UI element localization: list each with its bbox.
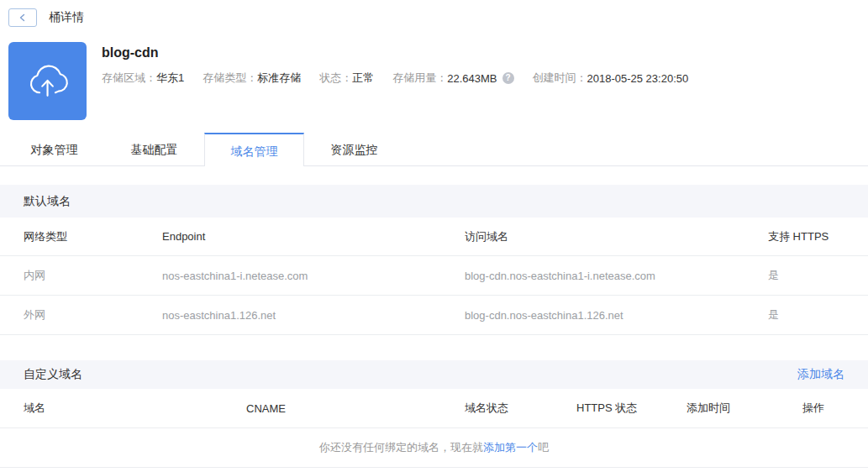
col-https-support: 支持 HTTPS bbox=[768, 229, 868, 244]
bucket-header: blog-cdn 存储区域： 华东1 存储类型： 标准存储 状态： 正常 存储用… bbox=[8, 42, 868, 120]
tab-basic-config[interactable]: 基础配置 bbox=[104, 133, 204, 166]
chevron-left-icon bbox=[18, 13, 28, 23]
empty-state-text: 你还没有任何绑定的域名，现在就 bbox=[319, 440, 483, 455]
default-domain-section-header: 默认域名 bbox=[0, 185, 868, 218]
custom-domain-section-title: 自定义域名 bbox=[24, 367, 82, 382]
empty-state: 你还没有任何绑定的域名，现在就添加第一个吧 bbox=[0, 428, 868, 468]
info-storage-usage: 存储用量： 22.643MB ? bbox=[392, 71, 513, 86]
back-button[interactable] bbox=[8, 8, 37, 27]
help-icon[interactable]: ? bbox=[502, 72, 514, 84]
tab-domain-management[interactable]: 域名管理 bbox=[204, 133, 304, 166]
custom-domain-section-header: 自定义域名 添加域名 bbox=[0, 360, 868, 389]
cloud-upload-icon bbox=[24, 58, 72, 104]
info-storage-region: 存储区域： 华东1 bbox=[102, 71, 184, 86]
info-status: 状态： 正常 bbox=[319, 71, 374, 86]
tab-object-management[interactable]: 对象管理 bbox=[4, 133, 104, 166]
add-first-domain-link[interactable]: 添加第一个 bbox=[483, 440, 538, 455]
default-domain-table-header: 网络类型 Endpoint 访问域名 支持 HTTPS bbox=[0, 218, 868, 256]
tab-bar: 对象管理 基础配置 域名管理 资源监控 bbox=[0, 133, 868, 166]
bucket-info-row: 存储区域： 华东1 存储类型： 标准存储 状态： 正常 存储用量： 22.643… bbox=[102, 71, 707, 86]
col-cname: CNAME bbox=[246, 402, 465, 415]
col-endpoint: Endpoint bbox=[162, 230, 465, 243]
page-title: 桶详情 bbox=[49, 10, 84, 25]
info-storage-type: 存储类型： 标准存储 bbox=[203, 71, 301, 86]
add-domain-link[interactable]: 添加域名 bbox=[797, 367, 844, 382]
custom-domain-table: 域名 CNAME 域名状态 HTTPS 状态 添加时间 操作 你还没有任何绑定的… bbox=[0, 389, 868, 468]
custom-domain-table-header: 域名 CNAME 域名状态 HTTPS 状态 添加时间 操作 bbox=[0, 389, 868, 428]
topbar: 桶详情 bbox=[0, 0, 868, 35]
default-domain-table: 网络类型 Endpoint 访问域名 支持 HTTPS 内网 nos-eastc… bbox=[0, 218, 868, 335]
col-access-domain: 访问域名 bbox=[465, 229, 768, 244]
tab-resource-monitor[interactable]: 资源监控 bbox=[304, 133, 404, 166]
empty-state-text-suffix: 吧 bbox=[538, 440, 549, 455]
bucket-avatar bbox=[8, 42, 87, 120]
table-row-intranet: 内网 nos-eastchina1-i.netease.com blog-cdn… bbox=[0, 256, 868, 296]
col-add-time: 添加时间 bbox=[687, 401, 802, 416]
default-domain-section-title: 默认域名 bbox=[24, 194, 71, 209]
bucket-name: blog-cdn bbox=[102, 45, 707, 60]
col-actions: 操作 bbox=[802, 401, 868, 416]
col-domain: 域名 bbox=[24, 401, 246, 416]
col-domain-status: 域名状态 bbox=[465, 401, 576, 416]
info-created-time: 创建时间： 2018-05-25 23:20:50 bbox=[533, 71, 689, 86]
table-row-extranet: 外网 nos-eastchina1.126.net blog-cdn.nos-e… bbox=[0, 296, 868, 335]
col-https-status: HTTPS 状态 bbox=[576, 401, 687, 416]
col-network-type: 网络类型 bbox=[24, 229, 162, 244]
